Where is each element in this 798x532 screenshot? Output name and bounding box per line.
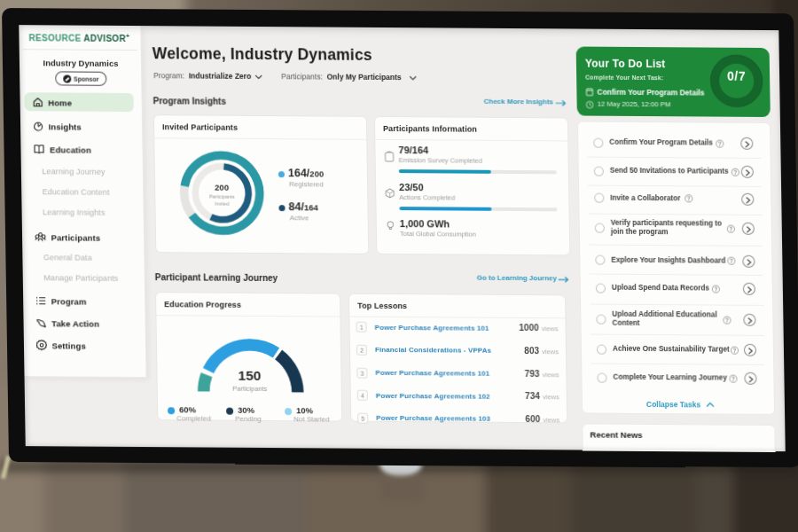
svg-text:200: 200 — [215, 182, 229, 192]
svg-text:Participants: Participants — [209, 193, 235, 199]
svg-text:Invited: Invited — [215, 200, 229, 206]
